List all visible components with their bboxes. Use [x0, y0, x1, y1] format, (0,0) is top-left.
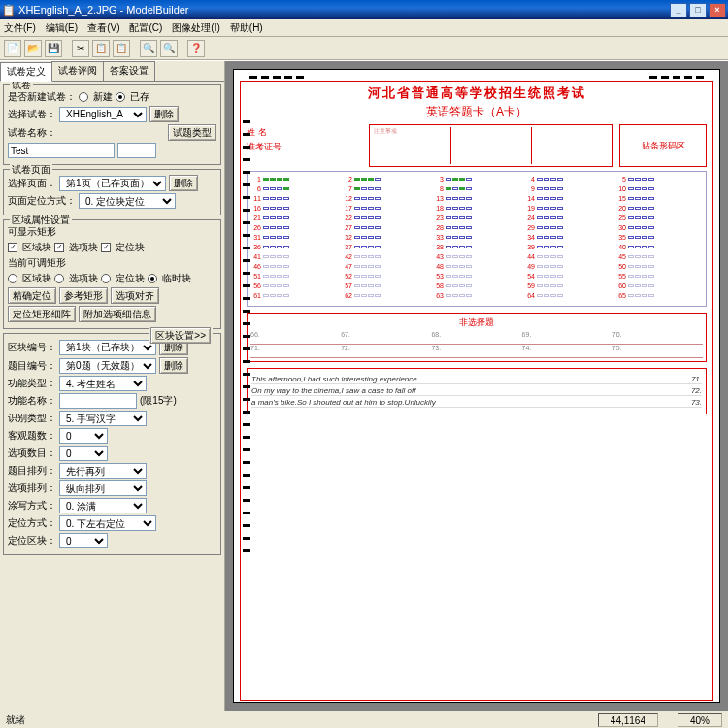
btn-del-q[interactable]: 删除: [159, 357, 188, 374]
barcode-area: 贴条形码区: [619, 124, 707, 167]
label-selpage: 选择页面：: [8, 177, 56, 190]
tool-open[interactable]: 📂: [24, 40, 42, 57]
toolbar: 📄 📂 💾 ✂ 📋 📋 🔍 🔍 ❓: [0, 37, 728, 60]
status-bar: 就绪 44,1164 40%: [0, 711, 728, 728]
label-blocknum: 区块编号：: [8, 341, 56, 354]
menu-edit[interactable]: 编辑(E): [46, 21, 78, 35]
id-label: 准考证号: [247, 141, 363, 153]
status-text: 就绪: [6, 713, 25, 727]
select-page[interactable]: 第1页（已存页面）: [59, 176, 166, 191]
label-adjrect: 当前可调矩形: [8, 256, 66, 270]
input-examname[interactable]: [8, 143, 115, 158]
tool-paste[interactable]: 📋: [113, 40, 130, 57]
tab-answer[interactable]: 答案设置: [103, 61, 155, 81]
label-fname: 功能名称：: [8, 394, 56, 408]
tool-new[interactable]: 📄: [4, 40, 21, 57]
label-qnum: 题目编号：: [8, 359, 56, 373]
btn-optdetail[interactable]: 附加选项细信息: [79, 306, 156, 322]
label-fill: 涂写方式：: [8, 499, 56, 513]
essay-section: 非选择题 66.67.68.69.70. 71.72.73.74.75.: [247, 313, 707, 362]
preview-area[interactable]: 河北省普通高等学校招生统照考试 英语答题卡（A卡） 姓 名 准考证号 注意事项 …: [225, 61, 728, 711]
radio-adj-locate[interactable]: [101, 274, 111, 283]
select-q[interactable]: 第0题（无效题）: [59, 358, 156, 374]
menu-view[interactable]: 查看(V): [87, 21, 119, 35]
minimize-button[interactable]: _: [670, 3, 687, 17]
tool-copy[interactable]: 📋: [92, 40, 110, 57]
select-arr[interactable]: 先行再列: [59, 463, 147, 479]
sheet-title: 河北省普通高等学校招生统照考试: [247, 84, 707, 102]
label-rec: 识别类型：: [8, 412, 56, 425]
btn-optalign[interactable]: 选项对齐: [111, 287, 159, 304]
chk-region[interactable]: [8, 243, 17, 252]
btn-precise[interactable]: 精确定位: [8, 287, 56, 304]
window-title: XHEnglish_A_2.JPG - ModelBuilder: [18, 4, 188, 16]
maximize-button[interactable]: □: [689, 3, 707, 17]
label-selexam: 选择试卷：: [8, 108, 56, 121]
label-pagepos: 页面定位方式：: [8, 194, 76, 208]
app-icon: 📋: [2, 4, 16, 17]
select-oarr[interactable]: 纵向排列: [59, 480, 147, 496]
bubble-grid: 1234567891011121314151617181920212223242…: [247, 171, 707, 307]
tool-zoomout[interactable]: 🔍: [160, 40, 178, 57]
tool-save[interactable]: 💾: [45, 40, 62, 57]
select-exam[interactable]: XHEnglish_A: [59, 107, 147, 122]
btn-del-exam[interactable]: 删除: [149, 106, 179, 122]
writing-section: This afternoon,I had such interesting ex…: [247, 368, 707, 414]
menu-image[interactable]: 图像处理(I): [172, 21, 219, 35]
btn-qtype[interactable]: 试题类型: [168, 124, 216, 141]
label-arr: 题目排列：: [8, 464, 56, 478]
btn-locgrid[interactable]: 定位矩形细阵: [8, 306, 76, 322]
btn-blockset[interactable]: 区块设置>>: [150, 327, 211, 344]
title-bar: 📋 XHEnglish_A_2.JPG - ModelBuilder _ □ ×: [0, 0, 728, 19]
radio-adj-temp[interactable]: [148, 274, 157, 283]
status-coords: 44,1164: [598, 713, 658, 727]
input-exam-extra[interactable]: [117, 143, 156, 158]
radio-new[interactable]: [79, 92, 88, 102]
menu-help[interactable]: 帮助(H): [230, 21, 263, 35]
label-newexam: 是否新建试卷：: [8, 90, 76, 104]
btn-del-page[interactable]: 删除: [169, 175, 198, 191]
close-button[interactable]: ×: [709, 3, 726, 17]
select-pagepos[interactable]: 0. 定位块定位: [79, 193, 176, 209]
tool-cut[interactable]: ✂: [72, 40, 89, 57]
radio-adj-option[interactable]: [54, 274, 64, 283]
select-lblk[interactable]: 0: [59, 533, 108, 548]
chk-locate[interactable]: [101, 243, 111, 252]
select-ans[interactable]: 0: [59, 428, 108, 444]
label-examname: 试卷名称：: [8, 126, 56, 140]
label-opt: 选项数目：: [8, 447, 56, 460]
group-region-legend: 区域属性设置: [10, 214, 72, 227]
label-ftype: 功能类型：: [8, 377, 56, 390]
tab-review[interactable]: 试卷评阅: [51, 61, 104, 81]
radio-adj-region[interactable]: [8, 274, 17, 283]
menu-file[interactable]: 文件(F): [4, 21, 36, 35]
select-opt[interactable]: 0: [59, 446, 108, 461]
label-oarr: 选项排列：: [8, 481, 56, 495]
status-zoom: 40%: [678, 713, 722, 727]
select-block[interactable]: 第1块（已存块）: [59, 340, 156, 355]
tool-help[interactable]: ❓: [187, 40, 205, 57]
input-fname[interactable]: [59, 393, 137, 409]
radio-exist[interactable]: [116, 92, 125, 102]
select-rec[interactable]: 5. 手写汉字: [59, 411, 147, 426]
group-block: 区块设置>> 区块编号： 第1块（已存块） 删除 题目编号： 第0题（无效题） …: [3, 333, 221, 555]
notice-box: 注意事项: [369, 124, 613, 167]
select-ftype[interactable]: 4. 考生姓名: [59, 376, 147, 391]
select-fill[interactable]: 0. 涂满: [59, 498, 147, 513]
group-exam: 试卷 是否新建试卷： 新建 已存 选择试卷： XHEnglish_A 删除 试卷…: [3, 84, 221, 165]
label-lblk: 定位区块：: [8, 534, 56, 547]
menu-config[interactable]: 配置(C): [129, 21, 162, 35]
select-loc[interactable]: 0. 下左右定位: [59, 515, 156, 531]
chk-option[interactable]: [54, 243, 64, 252]
timing-marks-left: [243, 120, 250, 562]
hint-fname: (限15字): [140, 394, 177, 408]
btn-refrect[interactable]: 参考矩形: [59, 287, 108, 304]
menu-bar: 文件(F) 编辑(E) 查看(V) 配置(C) 图像处理(I) 帮助(H): [0, 19, 728, 37]
group-region: 区域属性设置 可显示矩形 区域块 选项块 定位块 当前可调矩形 区域块 选项块 …: [3, 219, 221, 329]
group-page-legend: 试卷页面: [10, 163, 52, 177]
tool-zoomin[interactable]: 🔍: [140, 40, 157, 57]
side-panel: 试卷定义 试卷评阅 答案设置 试卷 是否新建试卷： 新建 已存 选择试卷： XH…: [0, 61, 225, 711]
label-showrect: 可显示矩形: [8, 225, 56, 239]
tab-define[interactable]: 试卷定义: [0, 62, 52, 82]
sheet-subtitle: 英语答题卡（A卡）: [247, 104, 707, 120]
